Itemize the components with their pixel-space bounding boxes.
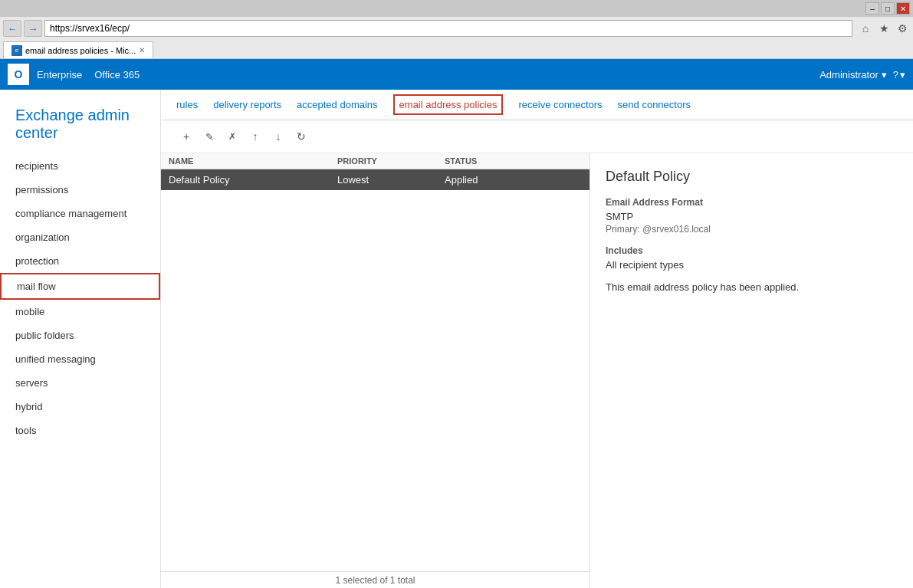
edit-button[interactable]: ✎ [199, 126, 219, 146]
tab-rules[interactable]: rules [176, 93, 198, 117]
table-header: NAME PRIORITY STATUS [161, 153, 590, 169]
nav-icons: ⌂ ★ ⚙ [858, 21, 910, 36]
browser-tab[interactable]: e email address policies - Mic... ✕ [3, 41, 153, 58]
sidebar-item-public-folders[interactable]: public folders [0, 324, 160, 347]
home-icon[interactable]: ⌂ [858, 21, 873, 36]
tab-send-connectors[interactable]: send connectors [618, 93, 691, 117]
sidebar-item-tools[interactable]: tools [0, 419, 160, 442]
sidebar-item-compliance-management[interactable]: compliance management [0, 202, 160, 225]
table-area: NAME PRIORITY STATUS Default Policy Lowe… [161, 153, 913, 588]
sidebar-item-unified-messaging[interactable]: unified messaging [0, 347, 160, 371]
app-header: O Enterprise Office 365 Administrator ▾ … [0, 59, 913, 90]
applied-text: This email address policy has been appli… [606, 281, 898, 293]
tab-favicon: e [11, 45, 22, 56]
page-title: Exchange admin center [0, 97, 160, 154]
delete-button[interactable]: ✗ [222, 126, 242, 146]
app-header-right: Administrator ▾ ? ▾ [819, 69, 905, 80]
email-format-label: Email Address Format [606, 197, 898, 208]
move-up-button[interactable]: ↑ [245, 126, 265, 146]
tab-bar: e email address policies - Mic... ✕ [0, 40, 913, 58]
detail-title: Default Policy [606, 169, 898, 185]
toolbar: + ✎ ✗ ↑ ↓ ↻ [161, 120, 913, 153]
main-content: rules delivery reports accepted domains … [161, 90, 913, 588]
move-down-button[interactable]: ↓ [268, 126, 288, 146]
title-bar: – □ ✕ [0, 0, 913, 17]
maximize-button[interactable]: □ [881, 2, 895, 15]
row-priority: Lowest [337, 174, 445, 186]
admin-chevron-icon: ▾ [882, 69, 887, 80]
sidebar-item-mail-flow[interactable]: mail flow [0, 273, 160, 300]
table-section: NAME PRIORITY STATUS Default Policy Lowe… [161, 153, 590, 588]
back-button[interactable]: ← [3, 20, 21, 37]
includes-label: Includes [606, 245, 898, 256]
table-footer: 1 selected of 1 total [161, 571, 590, 588]
sidebar-item-permissions[interactable]: permissions [0, 178, 160, 202]
help-button[interactable]: ? ▾ [893, 69, 905, 80]
forward-button[interactable]: → [24, 20, 42, 37]
tab-close-button[interactable]: ✕ [139, 46, 145, 54]
sidebar-item-mobile[interactable]: mobile [0, 300, 160, 324]
settings-icon[interactable]: ⚙ [895, 21, 910, 36]
add-button[interactable]: + [176, 126, 196, 146]
enterprise-link[interactable]: Enterprise [37, 69, 82, 80]
office365-link[interactable]: Office 365 [94, 69, 140, 80]
refresh-button[interactable]: ↻ [291, 126, 311, 146]
admin-label: Administrator [819, 69, 879, 80]
sidebar: Exchange admin center recipients permiss… [0, 90, 161, 588]
sidebar-item-organization[interactable]: organization [0, 225, 160, 249]
address-bar[interactable] [44, 20, 852, 37]
includes-value: All recipient types [606, 259, 898, 271]
favorites-icon[interactable]: ★ [876, 21, 892, 36]
tab-label: email address policies - Mic... [25, 46, 136, 55]
content-tabs: rules delivery reports accepted domains … [161, 90, 913, 120]
app-nav-links: Enterprise Office 365 [37, 69, 140, 80]
email-format-type: SMTP [606, 211, 898, 222]
sidebar-item-hybrid[interactable]: hybrid [0, 395, 160, 419]
table-row[interactable]: Default Policy Lowest Applied [161, 169, 590, 190]
sidebar-item-servers[interactable]: servers [0, 371, 160, 395]
row-status: Applied [445, 174, 552, 186]
tab-accepted-domains[interactable]: accepted domains [297, 93, 378, 117]
help-label: ? [893, 69, 898, 80]
col-header-name: NAME [169, 156, 337, 166]
page-container: Exchange admin center recipients permiss… [0, 90, 913, 588]
tab-receive-connectors[interactable]: receive connectors [518, 93, 602, 117]
nav-bar: ← → ⌂ ★ ⚙ [0, 17, 913, 40]
minimize-button[interactable]: – [865, 2, 879, 15]
sidebar-item-protection[interactable]: protection [0, 249, 160, 273]
help-chevron-icon: ▾ [900, 69, 905, 80]
sidebar-item-recipients[interactable]: recipients [0, 154, 160, 178]
tab-delivery-reports[interactable]: delivery reports [213, 93, 281, 117]
row-name: Default Policy [169, 174, 337, 186]
browser-chrome: – □ ✕ ← → ⌂ ★ ⚙ e email address policies… [0, 0, 913, 59]
col-header-status: STATUS [445, 156, 552, 166]
close-button[interactable]: ✕ [896, 2, 910, 15]
tab-email-address-policies[interactable]: email address policies [393, 94, 504, 115]
detail-panel: Default Policy Email Address Format SMTP… [590, 153, 913, 588]
admin-dropdown[interactable]: Administrator ▾ [819, 69, 887, 80]
email-format-primary: Primary: @srvex016.local [606, 224, 898, 235]
col-header-priority: PRIORITY [337, 156, 445, 166]
address-input[interactable] [50, 23, 847, 34]
app-logo: O [8, 64, 29, 85]
